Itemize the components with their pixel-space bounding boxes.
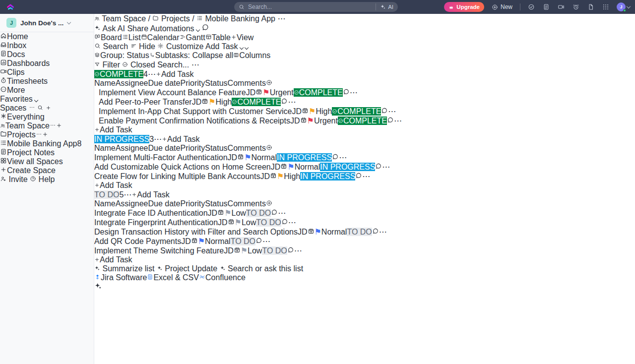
task-row[interactable]: Design Transaction History with Filter a… [94, 227, 635, 237]
group-add-task-button[interactable]: Add Task [131, 190, 170, 199]
column-header-name[interactable]: Name [94, 79, 116, 87]
sidebar-space-item-project-notes[interactable]: Project Notes [0, 148, 94, 157]
toolbar-pill-subtasks[interactable]: Subtasks: Collapse all [149, 51, 233, 60]
row-more-icon[interactable]: ⋯ [262, 237, 270, 245]
status-cell[interactable]: IN PROGRESS [277, 153, 332, 162]
sidebar-item-create-space[interactable]: Create Space [0, 166, 94, 175]
sidebar-item-home[interactable]: Home [0, 32, 94, 41]
priority-cell[interactable]: ⚑Normal [287, 163, 320, 171]
task-row[interactable]: Implement Multi-Factor AuthenticationJD⚑… [94, 153, 635, 162]
status-badge[interactable]: TO DO [262, 246, 287, 255]
assignee-cell[interactable]: JD [260, 172, 270, 181]
assignee-cell[interactable]: JD [271, 163, 281, 171]
sidebar-item-timesheets[interactable]: Timesheets [0, 77, 94, 86]
comments-cell[interactable] [281, 218, 288, 227]
due-date-cell[interactable] [234, 246, 241, 255]
column-header-status[interactable]: Status [205, 79, 227, 87]
toolbar-pill-group[interactable]: Group: Status [94, 51, 149, 60]
task-row[interactable]: Enable Payment Confirmation Notification… [94, 116, 635, 125]
tab-table[interactable]: Table [205, 33, 231, 42]
breadcrumb-team-space[interactable]: Team Space [102, 14, 146, 23]
row-more-icon[interactable]: ⋯ [388, 107, 396, 116]
group-status-badge[interactable]: COMPLETE [94, 70, 143, 78]
status-badge[interactable]: TO DO [246, 209, 271, 217]
task-name[interactable]: Design Transaction History with Filter a… [94, 228, 298, 236]
assignee-cell[interactable]: JD [290, 117, 300, 125]
comments-cell[interactable] [332, 153, 339, 162]
priority-cell[interactable]: ⚑Low [235, 218, 256, 227]
comments-cell[interactable] [387, 117, 394, 125]
hide-button[interactable]: Hide [130, 42, 158, 51]
task-name[interactable]: Create Flow for Linking Multiple Bank Ac… [94, 172, 260, 181]
status-cell[interactable]: COMPLETE [294, 88, 343, 97]
alarm-icon[interactable] [572, 3, 579, 10]
account-menu[interactable]: J [617, 2, 630, 11]
task-row[interactable]: Create Flow for Linking Multiple Bank Ac… [94, 172, 635, 181]
sidebar-space-item-projects[interactable]: Projects [0, 130, 94, 139]
tab-list[interactable]: List [122, 33, 141, 42]
status-cell[interactable]: TO DO [256, 218, 281, 227]
breadcrumb-current[interactable]: Mobile Banking App [205, 14, 275, 23]
column-header-comments[interactable]: Comments [228, 79, 266, 87]
column-header-comments[interactable]: Comments [228, 144, 266, 152]
search-or-ask-button[interactable]: Search or ask this list [220, 264, 304, 273]
due-date-cell[interactable] [280, 163, 287, 171]
add-task-row[interactable]: Add Task [94, 181, 635, 190]
priority-cell[interactable]: ⚑High [309, 107, 332, 116]
row-more-icon[interactable]: ⋯ [288, 218, 296, 227]
sidebar-space-item-team-space[interactable]: Team Space [0, 121, 94, 130]
due-date-cell[interactable] [191, 237, 198, 245]
comments-cell[interactable] [372, 228, 379, 236]
row-more-icon[interactable]: ⋯ [339, 153, 347, 162]
add-column-icon[interactable] [266, 79, 272, 87]
apps-grid-icon[interactable] [602, 3, 609, 10]
task-name[interactable]: Integrate Fingerprint Authentication [94, 218, 218, 227]
add-task-row[interactable]: Add Task [94, 125, 635, 134]
task-status-circle[interactable] [94, 98, 99, 106]
comments-cell[interactable] [381, 107, 388, 116]
status-badge[interactable]: COMPLETE [332, 107, 381, 116]
status-badge[interactable]: IN PROGRESS [277, 153, 332, 162]
camera-icon[interactable] [558, 3, 565, 10]
task-row[interactable]: Add Peer-to-Peer TransferJD⚑HighCOMPLETE… [94, 97, 635, 107]
priority-cell[interactable]: ⚑Urgent [262, 88, 293, 97]
invite-button[interactable]: Invite [0, 175, 30, 183]
more-icon[interactable] [36, 131, 42, 137]
column-header-assignee[interactable]: Assignee [116, 79, 148, 87]
upgrade-button[interactable]: Upgrade [444, 2, 484, 12]
status-badge[interactable]: TO DO [347, 228, 372, 236]
assignee-cell[interactable]: JD [292, 107, 302, 116]
spaces-search-icon[interactable] [37, 105, 43, 111]
column-header-priority[interactable]: Priority [180, 79, 205, 87]
status-badge[interactable]: COMPLETE [338, 117, 387, 125]
task-status-circle[interactable] [94, 117, 99, 125]
comments-cell[interactable] [343, 88, 350, 97]
due-date-cell[interactable] [237, 153, 244, 162]
priority-cell[interactable]: ⚑Urgent [307, 117, 338, 125]
task-row[interactable]: Add Customizable Quick Actions on Home S… [94, 162, 635, 172]
task-name[interactable]: Implement Theme Switching Feature [94, 246, 224, 255]
sidebar-item-more[interactable]: More [0, 86, 94, 95]
sidebar-item-docs[interactable]: Docs [0, 50, 94, 59]
row-more-icon[interactable]: ⋯ [278, 209, 286, 217]
assignee-cell[interactable]: JD [181, 237, 191, 245]
status-cell[interactable]: COMPLETE [232, 98, 281, 106]
new-button[interactable]: New [492, 3, 512, 10]
status-badge[interactable]: COMPLETE [294, 88, 343, 97]
column-header-assignee[interactable]: Assignee [116, 144, 148, 152]
integration-jira-software[interactable]: Jira Software [94, 273, 147, 282]
doc-icon[interactable] [587, 3, 594, 10]
row-more-icon[interactable]: ⋯ [382, 163, 390, 171]
filter-button[interactable]: Filter [94, 61, 122, 69]
column-header-name[interactable]: Name [94, 199, 116, 208]
sidebar-item-view-all-spaces[interactable]: View all Spaces [0, 157, 94, 166]
sidebar-space-item-mobile-banking-app[interactable]: Mobile Banking App8 [0, 139, 94, 148]
more-icon[interactable] [50, 122, 56, 128]
closed-toggle[interactable]: Closed [122, 61, 157, 69]
comments-cell[interactable] [287, 246, 294, 255]
row-more-icon[interactable]: ⋯ [294, 246, 302, 255]
status-badge[interactable]: IN PROGRESS [300, 172, 355, 181]
priority-cell[interactable]: ⚑Low [241, 246, 262, 255]
status-cell[interactable]: TO DO [231, 237, 255, 245]
list-search-input[interactable]: Search... [157, 61, 189, 69]
